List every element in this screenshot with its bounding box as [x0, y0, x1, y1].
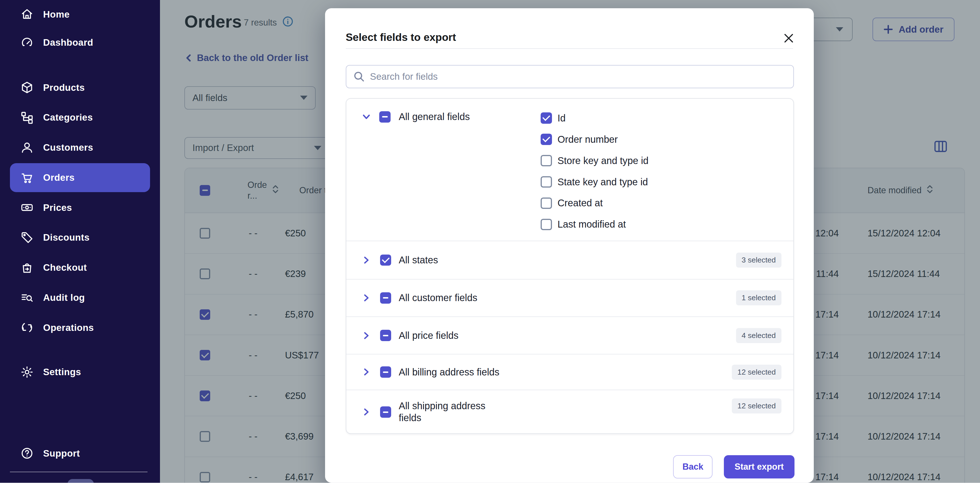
field-checkbox[interactable] [541, 155, 552, 166]
tag-icon [20, 231, 34, 244]
help-circle-icon [20, 446, 34, 460]
sidebar-partial-button[interactable] [67, 479, 94, 483]
field-checkbox[interactable] [541, 198, 552, 209]
group-checkbox[interactable] [380, 255, 391, 266]
group-all-general-fields: All general fields Id Order number Store… [346, 99, 793, 241]
field-groups-panel: All general fields Id Order number Store… [346, 98, 794, 434]
selected-count-badge: 1 selected [736, 290, 781, 305]
sidebar-item-checkout[interactable]: Checkout [10, 253, 150, 282]
group-all-billing-address-fields[interactable]: All billing address fields 12 selected [346, 354, 793, 390]
sidebar-item-home[interactable]: Home [10, 0, 150, 29]
group-all-shipping-address-fields[interactable]: All shipping address fields 12 selected [346, 390, 793, 434]
chevron-right-icon[interactable] [361, 367, 371, 377]
search-icon [354, 71, 364, 82]
modal-title: Select fields to export [346, 31, 456, 43]
group-all-states[interactable]: All states 3 selected [346, 241, 793, 279]
group-all-customer-fields[interactable]: All customer fields 1 selected [346, 279, 793, 317]
sidebar-item-audit-log[interactable]: Audit log [10, 283, 150, 312]
sidebar: Home Dashboard Products Categories Custo… [0, 0, 160, 483]
sidebar-item-categories[interactable]: Categories [10, 103, 150, 132]
group-checkbox[interactable] [379, 111, 391, 123]
sidebar-divider [10, 472, 148, 472]
group-checkbox[interactable] [380, 330, 391, 341]
field-search [346, 65, 794, 88]
sidebar-item-dashboard[interactable]: Dashboard [10, 28, 150, 57]
sidebar-item-operations[interactable]: Operations [10, 313, 150, 342]
search-input[interactable] [370, 71, 786, 82]
back-button[interactable]: Back [673, 455, 713, 478]
field-option[interactable]: Order number [541, 129, 648, 150]
sidebar-item-orders[interactable]: Orders [10, 163, 150, 192]
field-checkbox[interactable] [541, 176, 552, 188]
group-all-price-fields[interactable]: All price fields 4 selected [346, 317, 793, 354]
sidebar-item-prices[interactable]: Prices [10, 193, 150, 222]
sidebar-item-label: Home [43, 9, 70, 20]
start-export-button[interactable]: Start export [724, 455, 794, 478]
sidebar-item-label: Categories [43, 112, 93, 123]
close-icon[interactable] [783, 32, 795, 44]
field-option[interactable]: Id [541, 108, 648, 129]
sidebar-item-label: Orders [43, 172, 75, 183]
chevron-down-icon[interactable] [361, 112, 371, 122]
sidebar-item-discounts[interactable]: Discounts [10, 223, 150, 252]
modal-divider [346, 48, 793, 49]
sidebar-item-label: Checkout [43, 262, 87, 273]
app-root: Home Dashboard Products Categories Custo… [0, 0, 980, 483]
chevron-right-icon[interactable] [361, 293, 371, 303]
sidebar-item-label: Support [43, 448, 80, 459]
field-checkbox[interactable] [541, 134, 552, 145]
person-icon [20, 141, 34, 155]
sidebar-item-support[interactable]: Support [10, 439, 150, 468]
field-option[interactable]: Store key and type id [541, 150, 648, 171]
field-option[interactable]: State key and type id [541, 171, 648, 193]
banknote-icon [20, 201, 34, 214]
hierarchy-icon [20, 111, 34, 124]
sidebar-item-label: Operations [43, 322, 94, 333]
field-option[interactable]: Created at [541, 193, 648, 214]
sidebar-item-label: Customers [43, 142, 93, 153]
list-search-icon [20, 291, 34, 304]
selected-count-badge: 12 selected [732, 365, 781, 380]
sidebar-item-label: Settings [43, 367, 81, 378]
gear-icon [20, 365, 34, 379]
sidebar-item-label: Prices [43, 202, 72, 213]
field-checkbox[interactable] [541, 219, 552, 230]
sync-icon [20, 321, 34, 334]
sidebar-item-settings[interactable]: Settings [10, 358, 150, 386]
export-fields-modal: Select fields to export All general fiel… [325, 8, 814, 483]
chevron-right-icon[interactable] [361, 407, 371, 417]
general-fields-list: Id Order number Store key and type id St… [541, 108, 648, 235]
sidebar-item-products[interactable]: Products [10, 73, 150, 102]
group-checkbox[interactable] [380, 367, 391, 378]
field-option[interactable]: Last modified at [541, 214, 648, 235]
field-checkbox[interactable] [541, 112, 552, 124]
sidebar-item-label: Products [43, 82, 85, 93]
cube-icon [20, 81, 34, 94]
group-label: All general fields [399, 111, 470, 122]
selected-count-badge: 3 selected [736, 253, 781, 268]
selected-count-badge: 4 selected [736, 328, 781, 343]
cart-icon [20, 171, 34, 185]
group-checkbox[interactable] [380, 406, 391, 418]
shopping-bag-icon [20, 261, 34, 274]
group-header[interactable]: All general fields [361, 111, 470, 123]
sidebar-item-label: Discounts [43, 232, 90, 243]
sidebar-item-label: Audit log [43, 292, 85, 303]
sidebar-item-customers[interactable]: Customers [10, 133, 150, 162]
sidebar-item-label: Dashboard [43, 37, 93, 48]
selected-count-badge: 12 selected [732, 399, 781, 413]
home-icon [20, 7, 34, 21]
modal-footer: Back Start export [673, 455, 794, 478]
chevron-right-icon[interactable] [361, 331, 371, 341]
speedometer-icon [20, 36, 34, 49]
group-checkbox[interactable] [380, 292, 391, 304]
chevron-right-icon[interactable] [361, 255, 371, 265]
